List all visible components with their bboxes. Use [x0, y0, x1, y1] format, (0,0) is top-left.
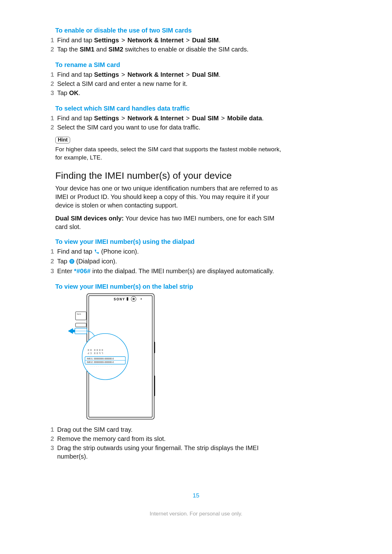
svg-text:Xperia: Xperia [77, 313, 81, 315]
text: and [94, 46, 108, 53]
bold: Dual SIM [192, 37, 219, 44]
step-number: 2 [46, 257, 54, 266]
list-item: 3 Enter *#06# into the dialpad. The IMEI… [55, 267, 283, 275]
steps-view-imei-dialpad: 1 Find and tap (Phone icon). 2 Tap (Dial… [55, 247, 283, 275]
step-number: 1 [46, 247, 54, 256]
footer-note: Internet version. For personal use only. [0, 511, 392, 517]
list-item: 2 Remove the memory card from its slot. [55, 435, 283, 443]
bold: SIM1 [80, 46, 94, 53]
step-number: 2 [46, 435, 54, 443]
text: Find and tap [57, 71, 94, 78]
bold: OK [69, 89, 79, 96]
list-item: 2 Tap the SIM1 and SIM2 switches to enab… [55, 45, 283, 54]
step-text: Find and tap Settings > Network & Intern… [57, 36, 283, 45]
list-item: 2 Tap (Dialpad icon). [55, 257, 283, 266]
imei1-text: IMEI1: 00000000-000000-0 [87, 358, 114, 360]
steps-enable-two-sim: 1 Find and tap Settings > Network & Inte… [55, 36, 283, 54]
bold: SIM2 [108, 46, 123, 53]
svg-point-9 [72, 262, 73, 262]
svg-rect-18 [154, 376, 155, 396]
svg-point-15 [133, 298, 135, 300]
text: Find and tap [57, 37, 94, 44]
hint-label: Hint [55, 137, 70, 143]
paragraph: Dual SIM devices only: Your device has t… [55, 214, 283, 231]
steps-select-sim-data: 1 Find and tap Settings > Network & Inte… [55, 114, 283, 132]
bold: Settings [94, 71, 119, 78]
text: Find and tap [57, 115, 94, 122]
svg-text:· · · · · · · · · · · ·: · · · · · · · · · · · · [91, 365, 112, 368]
heading-select-sim-data: To select which SIM card handles data tr… [55, 105, 283, 112]
text: (Phone icon). [100, 248, 139, 255]
text: Find and tap [57, 248, 94, 255]
svg-point-8 [71, 262, 72, 262]
heading-view-imei-dialpad: To view your IMEI number(s) using the di… [55, 238, 283, 245]
svg-point-10 [71, 263, 72, 263]
page-content: To enable or disable the use of two SIM … [55, 27, 283, 461]
ussd-code: *#06# [74, 268, 90, 274]
bold: Mobile data [227, 115, 262, 122]
svg-point-7 [71, 262, 71, 262]
dialpad-icon [69, 258, 75, 266]
phone-icon [94, 248, 100, 256]
step-text: Select a SIM card and enter a new name f… [57, 80, 283, 88]
svg-rect-17 [154, 342, 155, 353]
step-number: 1 [46, 36, 54, 45]
list-item: 3 Tap OK. [55, 89, 283, 97]
svg-point-1 [71, 260, 71, 261]
list-item: 1 Find and tap Settings > Network & Inte… [55, 70, 283, 79]
step-text: Select the SIM card you want to use for … [57, 123, 283, 132]
step-number: 3 [46, 267, 54, 275]
list-item: 2 Select a SIM card and enter a new name… [55, 80, 283, 88]
svg-rect-19 [75, 312, 86, 320]
svg-text:⠾⠽   ⠿⠿⠻⠹: ⠾⠽ ⠿⠿⠻⠹ [87, 352, 104, 355]
list-item: 1 Find and tap (Phone icon). [55, 247, 283, 256]
section-title-imei: Finding the IMEI number(s) of your devic… [55, 170, 283, 181]
hint-text: For higher data speeds, select the SIM c… [55, 145, 283, 161]
text: (Dialpad icon). [75, 258, 117, 265]
step-number: 1 [46, 70, 54, 79]
text: Tap the [57, 46, 80, 53]
step-text: Remove the memory card from its slot. [57, 435, 283, 443]
step-number: 1 [46, 114, 54, 123]
svg-marker-24 [68, 328, 75, 334]
svg-point-3 [72, 260, 73, 261]
step-text: Tap the SIM1 and SIM2 switches to enable… [57, 45, 283, 54]
text: . [262, 115, 264, 122]
svg-point-5 [71, 261, 72, 262]
page-number: 15 [0, 492, 392, 499]
bold: Settings [94, 115, 119, 122]
steps-rename-sim: 1 Find and tap Settings > Network & Inte… [55, 70, 283, 97]
bold: Network & Internet [127, 71, 184, 78]
text: . [219, 71, 221, 78]
bold: Settings [94, 37, 119, 44]
list-item: 3 Drag the strip outwards using your fin… [55, 444, 283, 461]
text: Enter [57, 268, 74, 274]
step-text: Find and tap Settings > Network & Intern… [57, 70, 283, 79]
step-text: Tap (Dialpad icon). [57, 257, 283, 266]
list-item: 1 Find and tap Settings > Network & Inte… [55, 114, 283, 123]
step-text: Tap OK. [57, 89, 283, 97]
step-text: Enter *#06# into the dialpad. The IMEI n… [57, 267, 283, 275]
step-number: 2 [46, 45, 54, 54]
list-item: 2 Select the SIM card you want to use fo… [55, 123, 283, 132]
bold: Dual SIM [192, 71, 219, 78]
imei2-text: IMEI2: 00000000-000000-0 [87, 361, 114, 363]
text: switches to enable or disable the SIM ca… [123, 46, 249, 53]
label-strip-diagram: SONY Xperia ⠿⠿ ⠿⠿⠿⠿ ⠾⠽ ⠿⠿ [68, 293, 283, 421]
svg-text:⠿⠿   ⠿⠿⠿⠿: ⠿⠿ ⠿⠿⠿⠿ [87, 349, 104, 352]
text: Tap [57, 89, 69, 96]
bold: Network & Internet [127, 37, 184, 44]
heading-view-imei-label: To view your IMEI number(s) on the label… [55, 283, 283, 290]
step-number: 2 [46, 123, 54, 132]
text: into the dialpad. The IMEI number(s) are… [91, 268, 274, 274]
bold: Dual SIM [192, 115, 219, 122]
step-number: 3 [46, 89, 54, 97]
steps-view-imei-label: 1 Drag out the SIM card tray. 2 Remove t… [55, 425, 283, 461]
paragraph: Your device has one or two unique identi… [55, 184, 283, 210]
svg-rect-21 [75, 323, 86, 327]
step-text: Find and tap Settings > Network & Intern… [57, 114, 283, 123]
step-text: Find and tap (Phone icon). [57, 247, 283, 256]
bold: Dual SIM devices only: [55, 215, 124, 222]
heading-enable-two-sim: To enable or disable the use of two SIM … [55, 27, 283, 34]
step-text: Drag out the SIM card tray. [57, 425, 283, 434]
